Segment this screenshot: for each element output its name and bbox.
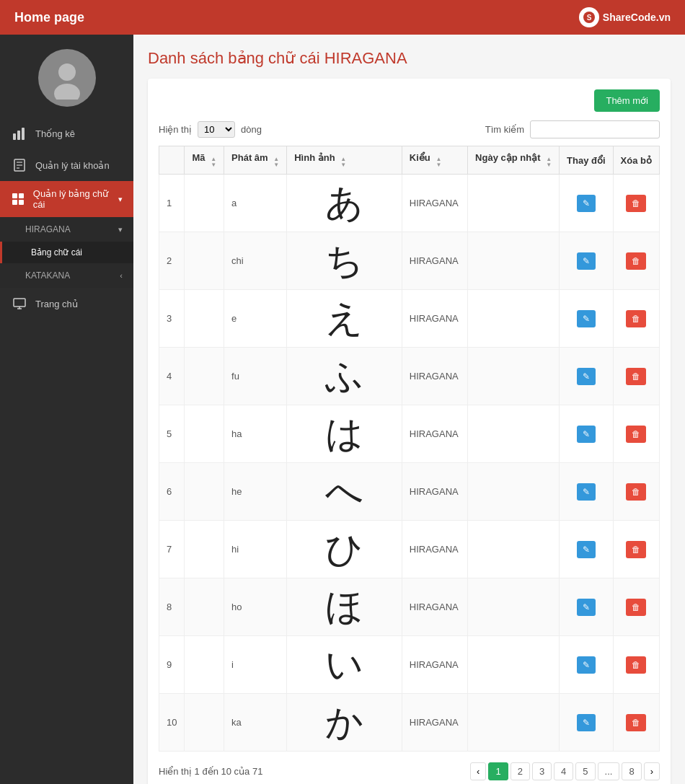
delete-button[interactable]: 🗑 (626, 599, 646, 616)
table-row: 3 e え HIRAGANA ✎ 🗑 (159, 290, 660, 348)
cell-hinh-anh: は (287, 405, 402, 463)
edit-button[interactable]: ✎ (577, 310, 596, 327)
edit-button[interactable]: ✎ (577, 599, 596, 616)
table-controls: Hiện thị 10 25 50 100 dòng Tìm kiếm (159, 120, 660, 138)
delete-button[interactable]: 🗑 (626, 195, 646, 212)
cell-kieu: HIRAGANA (402, 348, 467, 405)
sidebar-group-hiragana[interactable]: HIRAGANA ▾ (0, 217, 133, 242)
table-row: 10 ka か HIRAGANA ✎ 🗑 (159, 694, 660, 752)
page-btn-1[interactable]: 1 (488, 762, 508, 780)
table-row: 4 fu ふ HIRAGANA ✎ 🗑 (159, 348, 660, 405)
edit-button[interactable]: ✎ (577, 195, 596, 212)
page-btn-4[interactable]: 4 (554, 762, 573, 780)
col-hinh-anh[interactable]: Hình ảnh ▲▼ (287, 146, 402, 175)
col-thay-doi[interactable]: Thay đổi (560, 146, 614, 175)
col-phat-am[interactable]: Phát âm ▲▼ (224, 146, 287, 175)
cell-ngay (468, 463, 560, 521)
add-button[interactable]: Thêm mới (594, 89, 660, 112)
sidebar-item-bang-chu-cai[interactable]: Bảng chữ cái (0, 242, 133, 263)
cell-kieu: HIRAGANA (402, 405, 467, 463)
delete-button[interactable]: 🗑 (626, 541, 646, 558)
cell-thay-doi: ✎ (560, 521, 614, 578)
cell-hinh-anh: か (287, 694, 402, 752)
sidebar-item-thong-ke[interactable]: Thống kê (0, 118, 133, 149)
book-icon (11, 157, 28, 174)
cell-ngay (468, 290, 560, 348)
sidebar-item-quan-ly-tai-khoan[interactable]: Quản lý tài khoản (0, 149, 133, 181)
data-table: Mã ▲▼ Phát âm ▲▼ Hình ảnh ▲▼ (159, 146, 660, 752)
table-row: 9 i い HIRAGANA ✎ 🗑 (159, 636, 660, 694)
svg-rect-13 (12, 200, 17, 205)
table-row: 7 hi ひ HIRAGANA ✎ 🗑 (159, 521, 660, 578)
edit-button[interactable]: ✎ (577, 252, 596, 270)
table-header-row: Mã ▲▼ Phát âm ▲▼ Hình ảnh ▲▼ (159, 146, 660, 175)
sidebar-nav: Thống kê Quản lý tài khoản (0, 118, 133, 784)
logo-icon: S (583, 11, 596, 24)
cell-ma (185, 463, 224, 521)
sidebar-hiragana-submenu: Bảng chữ cái (0, 242, 133, 263)
cell-num: 4 (159, 348, 185, 405)
sidebar-label-quan-ly-tai-khoan: Quản lý tài khoản (35, 160, 110, 171)
page-btn-3[interactable]: 3 (532, 762, 552, 780)
table-row: 8 ho ほ HIRAGANA ✎ 🗑 (159, 578, 660, 636)
table-row: 2 chi ち HIRAGANA ✎ 🗑 (159, 232, 660, 290)
sidebar-item-trang-chu[interactable]: Trang chủ (0, 288, 133, 320)
logo-circle: S (579, 7, 599, 27)
delete-button[interactable]: 🗑 (626, 368, 646, 385)
edit-button[interactable]: ✎ (577, 541, 596, 558)
svg-point-2 (58, 63, 76, 81)
cell-xoa: 🗑 (613, 232, 659, 290)
edit-button[interactable]: ✎ (577, 656, 596, 674)
hiragana-char: い (325, 644, 363, 685)
cell-kieu: HIRAGANA (402, 290, 467, 348)
cell-phat-am: e (224, 290, 287, 348)
edit-button[interactable]: ✎ (577, 426, 596, 443)
cell-num: 3 (159, 290, 185, 348)
delete-button[interactable]: 🗑 (626, 483, 646, 501)
sidebar-item-quan-ly-bang-chu-cai[interactable]: Quản lý bảng chữ cái ▾ (0, 181, 133, 217)
page-btn-8[interactable]: 8 (622, 762, 641, 780)
show-label: Hiện thị (159, 124, 192, 135)
delete-button[interactable]: 🗑 (626, 310, 646, 327)
cell-hinh-anh: ひ (287, 521, 402, 578)
svg-text:S: S (587, 14, 592, 22)
edit-button[interactable]: ✎ (577, 714, 596, 731)
top-bar: Home page S ShareCode.vn (0, 0, 685, 35)
sidebar: Thống kê Quản lý tài khoản (0, 35, 133, 784)
cell-ma (185, 521, 224, 578)
svg-rect-12 (19, 193, 24, 198)
delete-button[interactable]: 🗑 (626, 426, 646, 443)
grid-icon (11, 190, 26, 208)
rows-label: dòng (241, 124, 262, 135)
col-ma[interactable]: Mã ▲▼ (185, 146, 224, 175)
delete-button[interactable]: 🗑 (626, 714, 646, 731)
cell-num: 6 (159, 463, 185, 521)
cell-ngay (468, 175, 560, 232)
cell-ma (185, 578, 224, 636)
col-xoa-bo[interactable]: Xóa bỏ (613, 146, 659, 175)
cell-ngay (468, 348, 560, 405)
cell-ma (185, 232, 224, 290)
cell-num: 7 (159, 521, 185, 578)
col-ngay-cap[interactable]: Ngày cập nhật ▲▼ (468, 146, 560, 175)
cell-hinh-anh: あ (287, 175, 402, 232)
svg-rect-11 (12, 193, 17, 198)
col-kieu[interactable]: Kiểu ▲▼ (402, 146, 467, 175)
edit-button[interactable]: ✎ (577, 483, 596, 501)
table-row: 6 he へ HIRAGANA ✎ 🗑 (159, 463, 660, 521)
search-input[interactable] (530, 120, 660, 138)
delete-button[interactable]: 🗑 (626, 252, 646, 270)
prev-page-btn[interactable]: ‹ (470, 762, 486, 780)
next-page-btn[interactable]: › (644, 762, 660, 780)
col-num[interactable] (159, 146, 185, 175)
edit-button[interactable]: ✎ (577, 368, 596, 385)
page-btn-5[interactable]: 5 (575, 762, 595, 780)
cell-phat-am: ho (224, 578, 287, 636)
rows-per-page-select[interactable]: 10 25 50 100 (198, 121, 235, 138)
page-btn-2[interactable]: 2 (511, 762, 530, 780)
avatar-icon (45, 56, 89, 100)
sidebar-group-katakana[interactable]: KATAKANA ‹ (0, 263, 133, 288)
delete-button[interactable]: 🗑 (626, 656, 646, 674)
hiragana-char: ち (325, 240, 363, 281)
cell-xoa: 🗑 (613, 694, 659, 752)
